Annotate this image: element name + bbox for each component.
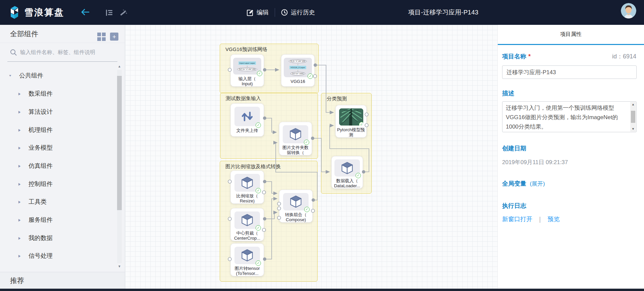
node-centercrop[interactable]: ✓ 中心剪裁（ CenterCrop...	[230, 208, 264, 241]
magic-wand-icon[interactable]	[119, 9, 127, 17]
project-id: id：6914	[612, 52, 636, 60]
clock-icon	[281, 9, 288, 16]
window-bottom-edge	[0, 289, 644, 291]
layer-diagram-thumbnail: IN (N * 3* 150* 150) ↓ VGG16_0 Layer ↓ O…	[284, 58, 312, 77]
success-check-icon: ✓	[304, 207, 310, 212]
search-input[interactable]	[20, 47, 114, 58]
textarea-scrollbar[interactable]: ▲ ▼	[630, 102, 636, 132]
global-variables-label: 全局变量	[502, 180, 526, 187]
log-links: 新窗口打开 ｜ 预览	[502, 215, 636, 223]
app-window: 雪浪算盘	[0, 0, 644, 291]
outdent-list-icon[interactable]	[106, 9, 113, 16]
avatar[interactable]	[621, 3, 636, 18]
search-divider	[7, 61, 117, 62]
execution-log-label: 执行日志	[502, 202, 526, 209]
tree-item-my-data[interactable]: ▶我的数据	[0, 231, 117, 245]
scrollbar-thumb[interactable]	[117, 76, 122, 210]
run-history-label: 运行历史	[291, 8, 315, 16]
tree-item-mechanism[interactable]: ▶机理组件	[0, 123, 117, 137]
description-textarea[interactable]: 迁移学习入门，使用第一个预训练网络模型VGG16做图片分类预测，输出为Image…	[502, 101, 637, 132]
sidebar-title: 全部组件	[10, 29, 38, 39]
tree-item-services[interactable]: ▶服务组件	[0, 213, 117, 227]
recommended-title: 推荐	[10, 276, 24, 285]
success-check-icon: ✓	[256, 225, 261, 231]
scroll-down-icon[interactable]: ▼	[117, 264, 122, 269]
tree-item-simulation[interactable]: ▶仿真组件	[0, 159, 117, 173]
properties-panel: 项目属性 项目名称* id：6914 描述 迁移学习入门，使用第一个预训练网络模…	[497, 25, 644, 289]
global-variables-row: 全局变量 (展开)	[502, 180, 636, 188]
component-sidebar: 全部组件 + ▼ 公共组件 ▶数采组件 ▶算法设计	[0, 25, 125, 289]
topbar: 雪浪算盘	[0, 0, 644, 25]
success-check-icon: ✓	[304, 140, 309, 145]
required-star: *	[528, 53, 531, 60]
node-dataloader[interactable]: ✓ 数据载入（ DataLoader...	[331, 156, 363, 189]
node-vgg16[interactable]: IN (N * 3* 150* 150) ↓ VGG16_0 Layer ↓ O…	[281, 54, 315, 87]
edit-button[interactable]: 编辑	[247, 8, 269, 16]
preview-link[interactable]: 预览	[548, 215, 560, 223]
project-title: 项目-迁移学习应用-P143	[408, 0, 478, 25]
scroll-up-icon[interactable]: ▲	[117, 64, 122, 69]
tree-item-control[interactable]: ▶控制组件	[0, 177, 117, 191]
back-arrow-icon[interactable]	[80, 8, 90, 16]
success-check-icon: ✓	[256, 260, 261, 266]
node-compose[interactable]: ✓ 转换组合（ Compose)	[279, 190, 313, 223]
project-name-label: 项目名称	[502, 53, 526, 60]
cube-icon: ✓	[334, 159, 360, 177]
tree-item-algorithm-design[interactable]: ▶算法设计	[0, 105, 117, 119]
topbar-actions: 编辑 运行历史	[247, 0, 315, 25]
node-image-folder-convert[interactable]: ✓ 图片文件夹数 据转换（	[279, 122, 312, 155]
sidebar-scrollbar[interactable]: ▲ ▼	[117, 64, 122, 269]
node-folder-upload[interactable]: ✓ 文件夹上传	[230, 103, 264, 137]
run-history-button[interactable]: 运行历史	[281, 8, 315, 16]
scroll-down-icon[interactable]: ▼	[630, 127, 636, 132]
add-component-button[interactable]: +	[110, 33, 118, 41]
prediction-image-thumbnail: ✓	[339, 108, 363, 126]
node-resize[interactable]: ✓ 比例缩放（ Resize)	[230, 171, 264, 204]
tab-project-properties[interactable]: 项目属性	[560, 31, 582, 38]
open-new-window-link[interactable]: 新窗口打开	[502, 215, 532, 223]
link-separator: ｜	[537, 215, 543, 223]
edit-label: 编辑	[257, 8, 269, 16]
cube-icon: ✓	[234, 247, 260, 264]
tree-item-signal-processing[interactable]: ▶信号处理	[0, 249, 117, 263]
component-search	[0, 43, 125, 62]
scroll-up-icon[interactable]: ▲	[630, 102, 636, 107]
project-name-input[interactable]	[502, 65, 637, 79]
grid-view-icon[interactable]	[97, 33, 106, 42]
panel-body: 项目名称* id：6914 描述 迁移学习入门，使用第一个预训练网络模型VGG1…	[498, 52, 644, 223]
topbar-divider	[275, 8, 275, 17]
brand: 雪浪算盘	[8, 5, 64, 19]
component-tree: ▼ 公共组件 ▶数采组件 ▶算法设计 ▶机理组件 ▶业务模型 ▶仿真组件 ▶控制…	[0, 62, 117, 272]
success-check-icon: ✓	[308, 74, 313, 79]
sidebar-header: 全部组件 +	[0, 25, 125, 43]
recommended-section[interactable]: 推荐	[0, 272, 125, 289]
node-input-layer[interactable]: Input Layer Layer ↓ OUT (N * 3* 150* 150…	[230, 54, 264, 87]
node-totensor[interactable]: ✓ 图片转tensor (ToTensor...	[230, 243, 264, 276]
expand-link[interactable]: (展开)	[530, 181, 545, 187]
workflow-canvas[interactable]: VGG16预训练网络 测试数据集输入 分类预测 图片比例缩放及格式转换 Inpu…	[125, 25, 497, 289]
cube-icon: ✓	[234, 174, 260, 192]
success-check-icon: ✓	[359, 122, 363, 126]
description-row: 描述	[502, 89, 636, 97]
cube-icon: ✓	[234, 211, 260, 229]
tree-item-tools[interactable]: ▶工具类	[0, 195, 117, 209]
description-text: 迁移学习入门，使用第一个预训练网络模型VGG16做图片分类预测，输出为Image…	[506, 103, 628, 132]
xuelang-logo-icon	[8, 5, 21, 19]
cube-icon: ✓	[283, 125, 308, 143]
tree-item-business-model[interactable]: ▶业务模型	[0, 141, 117, 155]
description-label: 描述	[502, 90, 514, 97]
tree-item-data-acquisition[interactable]: ▶数采组件	[0, 87, 117, 101]
upload-cycle-icon: ✓	[234, 107, 260, 126]
tree-node-public-components[interactable]: ▼ 公共组件	[0, 68, 117, 83]
scrollbar-thumb[interactable]	[631, 111, 635, 123]
node-pytorch-predict[interactable]: ✓ Pytorch模型预 测	[335, 105, 367, 138]
created-date-row: 创建日期	[502, 144, 636, 152]
brand-name: 雪浪算盘	[24, 6, 64, 18]
caret-down-icon[interactable]: ▼	[8, 74, 12, 77]
success-check-icon: ✓	[256, 123, 261, 128]
created-date-label: 创建日期	[502, 145, 526, 152]
success-check-icon: ✓	[356, 173, 361, 178]
success-check-icon: ✓	[257, 71, 262, 76]
edit-pencil-icon	[247, 9, 254, 16]
search-icon	[10, 49, 17, 56]
